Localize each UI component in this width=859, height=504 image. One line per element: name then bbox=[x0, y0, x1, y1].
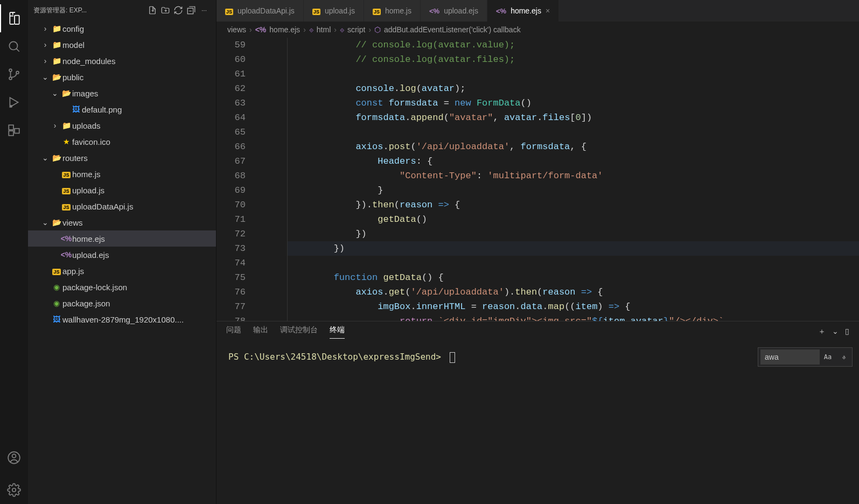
tree-item[interactable]: ›📁node_modules bbox=[28, 53, 216, 69]
line-number: 69 bbox=[217, 183, 246, 198]
close-icon[interactable]: × bbox=[546, 6, 550, 15]
tree-item[interactable]: ⌄📂images bbox=[28, 85, 216, 101]
line-number: 60 bbox=[217, 52, 246, 67]
breadcrumb[interactable]: views›<%home.ejs›⟐html›⟐script›⬡addBut.a… bbox=[217, 22, 859, 38]
editor-tab[interactable]: JShome.js bbox=[364, 0, 421, 22]
tree-item[interactable]: ⌄📂routers bbox=[28, 150, 216, 166]
code-line[interactable]: console.log(avatar); bbox=[288, 81, 859, 96]
chevron-icon[interactable]: ⌄ bbox=[40, 73, 51, 81]
code-line[interactable]: // console.log(avatar.value); bbox=[288, 38, 859, 52]
tree-item[interactable]: 🖼default.png bbox=[28, 101, 216, 117]
line-number: 66 bbox=[217, 139, 246, 154]
tree-item-label: uploads bbox=[72, 121, 101, 130]
breadcrumb-separator: › bbox=[303, 25, 306, 34]
code-line[interactable] bbox=[288, 67, 859, 81]
code-line[interactable]: "Content-Type": 'multipart/form-data' bbox=[288, 169, 859, 183]
account-icon[interactable] bbox=[0, 444, 28, 472]
tree-item[interactable]: ›📁model bbox=[28, 37, 216, 53]
tree-item-label: app.js bbox=[62, 267, 84, 276]
code-line[interactable]: } bbox=[288, 183, 859, 198]
chevron-icon[interactable]: ⌄ bbox=[40, 153, 51, 162]
code-line[interactable]: }) bbox=[288, 241, 859, 256]
file-icon: JS bbox=[60, 202, 72, 211]
chevron-icon[interactable]: › bbox=[50, 121, 60, 130]
match-case-icon[interactable]: Aa bbox=[820, 353, 836, 361]
code-line[interactable]: axios.post('/api/uploaddata', formsdata,… bbox=[288, 139, 859, 154]
tree-item[interactable]: JSupload.js bbox=[28, 182, 216, 198]
search-icon[interactable] bbox=[0, 32, 28, 60]
explorer-icon[interactable] bbox=[0, 4, 28, 32]
collapse-all-icon[interactable] bbox=[185, 4, 198, 17]
settings-gear-icon[interactable] bbox=[0, 476, 28, 504]
tree-item-label: routers bbox=[62, 153, 88, 163]
code-line[interactable]: return `<div id="imgDiv"><img src="${ite… bbox=[288, 314, 859, 321]
breadcrumb-segment[interactable]: home.ejs bbox=[269, 25, 300, 34]
editor-tab[interactable]: <%upload.ejs bbox=[421, 0, 487, 22]
breadcrumb-icon: ⟐ bbox=[340, 25, 344, 34]
panel-tab[interactable]: 问题 bbox=[226, 325, 241, 338]
code-line[interactable] bbox=[288, 125, 859, 139]
tree-item[interactable]: JSuploadDataApi.js bbox=[28, 198, 216, 214]
tree-item[interactable]: 🖼wallhaven-2879mg_1920x1080.... bbox=[28, 311, 216, 327]
breadcrumb-segment[interactable]: script bbox=[347, 25, 365, 34]
code-line[interactable]: formsdata.append("avatar", avatar.files[… bbox=[288, 110, 859, 125]
tree-item[interactable]: ›📁uploads bbox=[28, 117, 216, 134]
terminal-search[interactable]: Aa ⎀ bbox=[758, 347, 853, 367]
code-content[interactable]: // console.log(avatar.value); // console… bbox=[288, 38, 859, 321]
new-file-icon[interactable] bbox=[146, 4, 159, 17]
tree-item[interactable]: ◉package.json bbox=[28, 295, 216, 311]
chevron-icon[interactable]: › bbox=[40, 24, 51, 33]
editor-tab[interactable]: JSupload.js bbox=[304, 0, 364, 22]
split-terminal-icon[interactable]: ▯ bbox=[845, 327, 849, 337]
terminal[interactable]: PS C:\Users\24518\Desktop\expressImgSend… bbox=[217, 342, 859, 504]
tab-label: upload.js bbox=[325, 6, 355, 15]
code-line[interactable]: // console.log(avatar.files); bbox=[288, 52, 859, 67]
code-line[interactable]: }).then(reason => { bbox=[288, 198, 859, 212]
breadcrumb-segment[interactable]: views bbox=[227, 25, 246, 34]
match-word-icon[interactable]: ⎀ bbox=[836, 353, 852, 361]
code-line[interactable] bbox=[288, 256, 859, 270]
terminal-search-input[interactable] bbox=[760, 349, 820, 365]
tree-item[interactable]: JSapp.js bbox=[28, 263, 216, 279]
tree-item[interactable]: ⌄📂public bbox=[28, 69, 216, 85]
tree-item[interactable]: ⌄📂views bbox=[28, 214, 216, 230]
line-numbers: 5960616263646566676869707172737475767778 bbox=[217, 38, 259, 321]
new-folder-icon[interactable] bbox=[159, 4, 172, 17]
editor[interactable]: 5960616263646566676869707172737475767778… bbox=[217, 38, 859, 321]
explorer-title: 资源管理器: EXP... bbox=[33, 6, 146, 15]
breadcrumb-segment[interactable]: html bbox=[317, 25, 331, 34]
tree-item[interactable]: ◉package-lock.json bbox=[28, 279, 216, 295]
tab-label: upload.ejs bbox=[444, 6, 478, 15]
tree-item[interactable]: ★favicon.ico bbox=[28, 134, 216, 150]
more-icon[interactable]: ··· bbox=[198, 4, 211, 17]
chevron-icon[interactable]: ⌄ bbox=[50, 89, 60, 97]
editor-tab[interactable]: JSuploadDataApi.js bbox=[217, 0, 304, 22]
editor-tab[interactable]: <%home.ejs× bbox=[487, 0, 559, 22]
source-control-icon[interactable] bbox=[0, 60, 28, 88]
new-terminal-icon[interactable]: ＋ bbox=[818, 327, 826, 337]
line-number: 78 bbox=[217, 314, 246, 321]
panel-tab[interactable]: 输出 bbox=[253, 325, 268, 338]
terminal-dropdown-icon[interactable]: ⌄ bbox=[832, 327, 839, 337]
svg-point-3 bbox=[16, 71, 19, 74]
breadcrumb-segment[interactable]: addBut.addEventListener('click') callbac… bbox=[384, 25, 521, 34]
code-line[interactable]: }) bbox=[288, 227, 859, 241]
chevron-icon[interactable]: ⌄ bbox=[40, 218, 51, 227]
tree-item[interactable]: <%home.ejs bbox=[28, 230, 216, 247]
extensions-icon[interactable] bbox=[0, 116, 28, 144]
chevron-icon[interactable]: › bbox=[40, 40, 51, 49]
refresh-icon[interactable] bbox=[172, 4, 185, 17]
tree-item[interactable]: <%upload.ejs bbox=[28, 247, 216, 263]
tree-item[interactable]: JShome.js bbox=[28, 166, 216, 182]
code-line[interactable]: const formsdata = new FormData() bbox=[288, 96, 859, 110]
code-line[interactable]: function getData() { bbox=[288, 270, 859, 285]
panel-tab[interactable]: 调试控制台 bbox=[280, 325, 318, 338]
tree-item[interactable]: ›📁config bbox=[28, 20, 216, 37]
code-line[interactable]: getData() bbox=[288, 212, 859, 227]
code-line[interactable]: imgBox.innerHTML = reason.data.map((item… bbox=[288, 299, 859, 314]
chevron-icon[interactable]: › bbox=[40, 57, 51, 65]
run-debug-icon[interactable] bbox=[0, 88, 28, 116]
panel-tab[interactable]: 终端 bbox=[330, 325, 345, 339]
code-line[interactable]: Headers: { bbox=[288, 154, 859, 169]
code-line[interactable]: axios.get('/api/uploaddata').then(reason… bbox=[288, 285, 859, 299]
